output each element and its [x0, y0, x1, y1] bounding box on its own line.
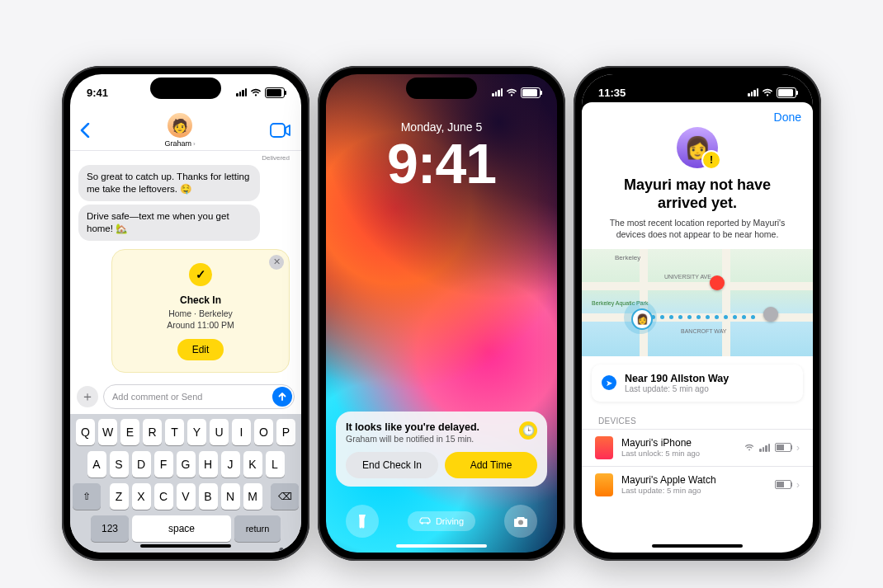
street-label: UNIVERSITY AVE	[664, 274, 711, 280]
delay-notification[interactable]: It looks like you're delayed. Graham wil…	[336, 412, 547, 487]
message-bubble: Drive safe—text me when you get home! 🏡	[78, 205, 260, 241]
key-w[interactable]: W	[98, 419, 117, 445]
detail-subtitle: The most recent location reported by May…	[598, 217, 796, 240]
key-m[interactable]: M	[243, 483, 262, 510]
contact-avatar: 🧑	[168, 113, 192, 138]
space-key[interactable]: space	[132, 515, 231, 542]
location-label: Near 190 Allston Way	[625, 373, 729, 384]
delivered-label: Delivered	[78, 154, 293, 162]
device-icon	[595, 436, 613, 459]
key-a[interactable]: A	[87, 451, 106, 477]
svg-rect-0	[271, 124, 285, 137]
device-name: Mayuri's Apple Watch	[621, 474, 767, 486]
key-s[interactable]: S	[110, 451, 129, 477]
key-k[interactable]: K	[243, 451, 262, 477]
device-status: Last unlock: 5 min ago	[621, 449, 736, 458]
message-bubble: So great to catch up. Thanks for letting…	[78, 165, 260, 201]
key-v[interactable]: V	[177, 483, 196, 510]
location-arrow-icon: ➤	[602, 375, 616, 390]
emoji-key[interactable]: ☺	[84, 547, 99, 553]
edit-button[interactable]: Edit	[177, 339, 224, 360]
wifi-icon	[744, 444, 754, 451]
key-x[interactable]: X	[132, 483, 151, 510]
key-q[interactable]: Q	[76, 419, 95, 445]
chevron-right-icon: ›	[796, 479, 800, 491]
device-icon	[595, 473, 613, 496]
key-z[interactable]: Z	[110, 483, 129, 510]
map-route-end-pin	[763, 307, 778, 322]
compose-input[interactable]: Add comment or Send	[103, 384, 295, 409]
send-button[interactable]	[272, 387, 292, 407]
contact-header[interactable]: 🧑 Graham›	[164, 113, 195, 148]
close-button[interactable]: ✕	[269, 255, 284, 270]
key-g[interactable]: G	[177, 451, 196, 477]
message-thread[interactable]: Delivered So great to catch up. Thanks f…	[70, 151, 301, 381]
key-e[interactable]: E	[120, 419, 139, 445]
cellular-icon	[492, 88, 503, 96]
map-view[interactable]: Berkeley Berkeley Aquatic Park UNIVERSIT…	[582, 249, 813, 356]
map-person-pin: 👩	[631, 308, 653, 330]
dynamic-island	[662, 78, 733, 99]
home-indicator[interactable]	[652, 544, 743, 548]
home-indicator[interactable]	[396, 544, 487, 548]
detail-sheet: Done 👩 ! Mayuri may not have arrived yet…	[582, 102, 813, 553]
key-p[interactable]: P	[276, 419, 295, 445]
messages-header: 🧑 Graham›	[70, 111, 301, 151]
location-card[interactable]: ➤ Near 190 Allston Way Last update: 5 mi…	[592, 365, 803, 402]
battery-icon	[777, 87, 796, 98]
key-d[interactable]: D	[132, 451, 151, 477]
clock-icon: 🕒	[519, 421, 537, 440]
done-button[interactable]: Done	[774, 111, 801, 124]
camera-button[interactable]	[504, 505, 537, 538]
facetime-button[interactable]	[270, 123, 291, 138]
battery-icon	[265, 87, 285, 98]
keyboard[interactable]: QWERTYUIOP ASDFGHJKL ⇧ ZXCVBNM ⌫ 123 spa…	[70, 414, 301, 553]
add-time-button[interactable]: Add Time	[445, 452, 537, 478]
device-row[interactable]: Mayuri's Apple WatchLast update: 5 min a…	[582, 466, 813, 503]
phone-messages: 9:41 🧑 Graham› Delivered So great to cat…	[62, 66, 309, 561]
key-y[interactable]: Y	[187, 419, 206, 445]
key-n[interactable]: N	[221, 483, 240, 510]
check-in-destination: Home · Berkeley	[122, 308, 279, 319]
home-indicator[interactable]	[140, 544, 231, 548]
shift-key[interactable]: ⇧	[73, 483, 101, 510]
apps-plus-button[interactable]: ＋	[77, 386, 98, 407]
focus-pill[interactable]: Driving	[408, 511, 475, 531]
alert-badge-icon: !	[701, 150, 721, 170]
key-i[interactable]: I	[232, 419, 251, 445]
battery-icon	[775, 480, 791, 489]
key-j[interactable]: J	[221, 451, 240, 477]
key-h[interactable]: H	[199, 451, 218, 477]
key-c[interactable]: C	[154, 483, 173, 510]
key-b[interactable]: B	[199, 483, 218, 510]
key-r[interactable]: R	[143, 419, 162, 445]
cellular-icon	[236, 88, 247, 96]
delete-key[interactable]: ⌫	[271, 483, 299, 510]
svg-point-4	[518, 520, 523, 524]
chevron-right-icon: ›	[193, 140, 196, 148]
key-o[interactable]: O	[254, 419, 273, 445]
notification-subtitle: Graham will be notified in 15 min.	[346, 434, 479, 444]
check-in-eta: Around 11:00 PM	[122, 319, 279, 331]
back-button[interactable]	[80, 123, 90, 138]
key-u[interactable]: U	[210, 419, 229, 445]
numbers-key[interactable]: 123	[91, 515, 129, 542]
devices-header: DEVICES	[582, 410, 813, 429]
flashlight-button[interactable]	[346, 505, 379, 538]
device-row[interactable]: Mayuri's iPhoneLast unlock: 5 min ago›	[582, 429, 813, 466]
check-in-card: ✕ ✓ Check In Home · Berkeley Around 11:0…	[111, 249, 290, 373]
car-icon	[419, 517, 431, 525]
wifi-icon	[250, 88, 262, 96]
end-check-in-button[interactable]: End Check In	[346, 452, 438, 478]
status-time: 11:35	[598, 87, 626, 99]
key-f[interactable]: F	[154, 451, 173, 477]
location-updated: Last update: 5 min ago	[625, 384, 729, 393]
street-label: BANCROFT WAY	[681, 328, 726, 334]
key-l[interactable]: L	[266, 451, 285, 477]
check-in-title: Check In	[122, 294, 279, 306]
wifi-icon	[762, 88, 773, 96]
return-key[interactable]: return	[234, 515, 281, 542]
key-t[interactable]: T	[165, 419, 184, 445]
dynamic-island	[406, 78, 477, 99]
dictation-key[interactable]	[276, 547, 287, 553]
